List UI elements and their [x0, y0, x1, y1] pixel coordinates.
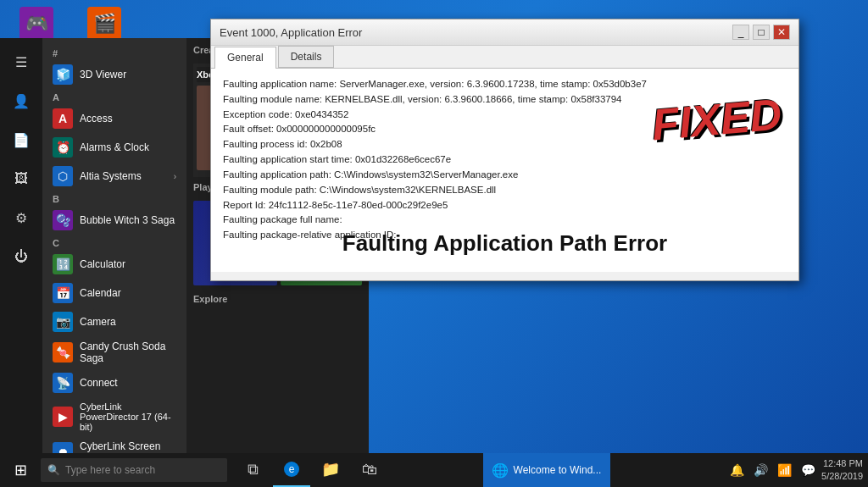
error-dialog: Event 1000, Application Error _ □ ✕ Gene… — [210, 19, 799, 281]
start-menu: ☰ 👤 📄 🖼 ⚙ ⏻ # 🧊 3D Viewer A A Access ⏰ A… — [0, 38, 186, 453]
pictures-icon[interactable]: 🖼 — [4, 162, 38, 196]
app-camera-label: Camera — [80, 316, 116, 328]
tab-general[interactable]: General — [214, 47, 276, 69]
section-header-a: A — [46, 89, 183, 104]
app-candycrush-label: Candy Crush Soda Saga — [80, 340, 176, 364]
app-candycrush[interactable]: 🍬 Candy Crush Soda Saga — [46, 336, 183, 368]
pinstudio-icon: 🎬 — [87, 7, 121, 41]
app-access-label: Access — [80, 113, 113, 125]
app-calculator-label: Calculator — [80, 258, 125, 270]
app-calendar-label: Calendar — [80, 287, 121, 299]
app-3dviewer[interactable]: 🧊 3D Viewer — [46, 60, 183, 89]
settings-icon[interactable]: ⚙ — [4, 201, 38, 235]
app-cyberlinksr-label: CyberLink Screen Recorder 2 — [80, 440, 176, 453]
dialog-content: Faulting application name: ServerManager… — [211, 69, 798, 272]
start-menu-left-rail: ☰ 👤 📄 🖼 ⚙ ⏻ — [0, 38, 42, 453]
app-cyberlinkpd-label: CyberLink PowerDirector 17 (64-bit) — [80, 401, 176, 432]
alarms-icon: ⏰ — [53, 137, 73, 158]
section-header-c: C — [46, 235, 183, 250]
start-button[interactable]: ⊞ — [0, 453, 41, 487]
3dviewer-icon: 🧊 — [53, 64, 73, 85]
tiles-explore-label: Explore — [193, 294, 227, 304]
svg-text:e: e — [289, 463, 295, 475]
dialog-title: Event 1000, Application Error — [220, 26, 362, 39]
volume-icon[interactable]: 🔊 — [750, 460, 771, 480]
app-camera[interactable]: 📷 Camera — [46, 307, 183, 336]
documents-icon[interactable]: 📄 — [4, 123, 38, 157]
dialog-maximize-btn[interactable]: □ — [753, 25, 770, 40]
taskbar-taskview[interactable]: ⧉ — [234, 453, 271, 487]
dialog-titlebar: Event 1000, Application Error _ □ ✕ — [211, 19, 798, 46]
dialog-tabs: General Details — [211, 46, 798, 69]
altia-icon: ⬡ — [53, 166, 73, 186]
calculator-icon: 🔢 — [53, 254, 73, 274]
time-display[interactable]: 12:48 PM 5/28/2019 — [821, 457, 863, 484]
clock-time: 12:48 PM — [821, 457, 863, 470]
app-cyberlinksr[interactable]: ⏺ CyberLink Screen Recorder 2 — [46, 436, 183, 453]
access-icon: A — [53, 108, 73, 129]
connect-icon: 📡 — [53, 373, 73, 393]
app-access[interactable]: A Access — [46, 104, 183, 133]
edge-icon: e — [283, 461, 300, 478]
error-line-9: Report Id: 24fc1112-8e5c-11e7-80ed-000c2… — [223, 198, 787, 213]
clock-date: 5/28/2019 — [821, 470, 863, 483]
app-calendar[interactable]: 📅 Calendar — [46, 279, 183, 307]
notification-icon[interactable]: 🔔 — [726, 460, 747, 480]
tab-details[interactable]: Details — [278, 46, 335, 68]
cyberlinksr-icon: ⏺ — [53, 442, 73, 453]
fixed-badge: FIXED — [649, 80, 785, 159]
camera-icon: 📷 — [53, 312, 73, 332]
section-header-hash: # — [46, 45, 183, 60]
cyberlinkpd-icon: ▶ — [53, 407, 73, 427]
taskbar-welcome-item[interactable]: 🌐 Welcome to Wind... — [483, 453, 610, 487]
network-icon[interactable]: 📶 — [774, 460, 794, 480]
start-menu-apps: # 🧊 3D Viewer A A Access ⏰ Alarms & Cloc… — [42, 38, 186, 453]
error-line-7: Faulting application path: C:\Windows\sy… — [223, 168, 787, 183]
app-connect-label: Connect — [80, 377, 118, 389]
power-icon[interactable]: ⏻ — [4, 240, 38, 274]
app-cyberlinkpd[interactable]: ▶ CyberLink PowerDirector 17 (64-bit) — [46, 397, 183, 436]
taskbar-edge[interactable]: e — [273, 453, 310, 487]
desktop: 🎮 PinnedSta... 🎬 PinStarStudio 19 ☰ 👤 📄 … — [0, 0, 868, 487]
taskbar: ⊞ 🔍 Type here to search ⧉ e 📁 🛍 🌐 Welcom… — [0, 453, 868, 487]
error-line-8: Faulting module path: C:\Windows\system3… — [223, 183, 787, 198]
hamburger-icon[interactable]: ☰ — [4, 45, 38, 79]
taskbar-store[interactable]: 🛍 — [351, 453, 388, 487]
search-placeholder: Type here to search — [65, 464, 155, 476]
faulting-title: Faulting Application Path Error — [223, 226, 787, 260]
taskbar-system-tray: 🔔 🔊 📶 💬 12:48 PM 5/28/2019 — [726, 457, 868, 484]
user-icon[interactable]: 👤 — [4, 84, 38, 118]
section-header-b: B — [46, 191, 183, 206]
search-icon: 🔍 — [47, 464, 60, 476]
action-center-icon[interactable]: 💬 — [798, 460, 818, 480]
app-alarms-label: Alarms & Clock — [80, 141, 149, 153]
app-bubblewitch-label: Bubble Witch 3 Saga — [80, 214, 175, 226]
app-alarms[interactable]: ⏰ Alarms & Clock — [46, 133, 183, 162]
app-altia[interactable]: ⬡ Altia Systems › — [46, 162, 183, 191]
app-connect[interactable]: 📡 Connect — [46, 368, 183, 397]
calendar-icon: 📅 — [53, 283, 73, 303]
candycrush-icon: 🍬 — [53, 342, 73, 362]
start-symbol: ⊞ — [14, 461, 27, 479]
app-calculator[interactable]: 🔢 Calculator — [46, 250, 183, 279]
bubblewitch-icon: 🫧 — [53, 210, 73, 230]
dialog-minimize-btn[interactable]: _ — [732, 25, 749, 40]
app-bubblewitch[interactable]: 🫧 Bubble Witch 3 Saga — [46, 206, 183, 235]
dialog-close-btn[interactable]: ✕ — [773, 25, 790, 40]
app-3dviewer-label: 3D Viewer — [80, 69, 126, 80]
app-altia-label: Altia Systems — [80, 170, 142, 182]
search-bar[interactable]: 🔍 Type here to search — [41, 458, 227, 482]
pinnedstation-icon: 🎮 — [19, 7, 53, 41]
edge-taskbar-icon: 🌐 — [492, 462, 509, 479]
taskbar-welcome-text: Welcome to Wind... — [514, 464, 602, 476]
taskbar-explorer[interactable]: 📁 — [312, 453, 349, 487]
taskbar-pinned-items: ⧉ e 📁 🛍 — [234, 453, 478, 487]
